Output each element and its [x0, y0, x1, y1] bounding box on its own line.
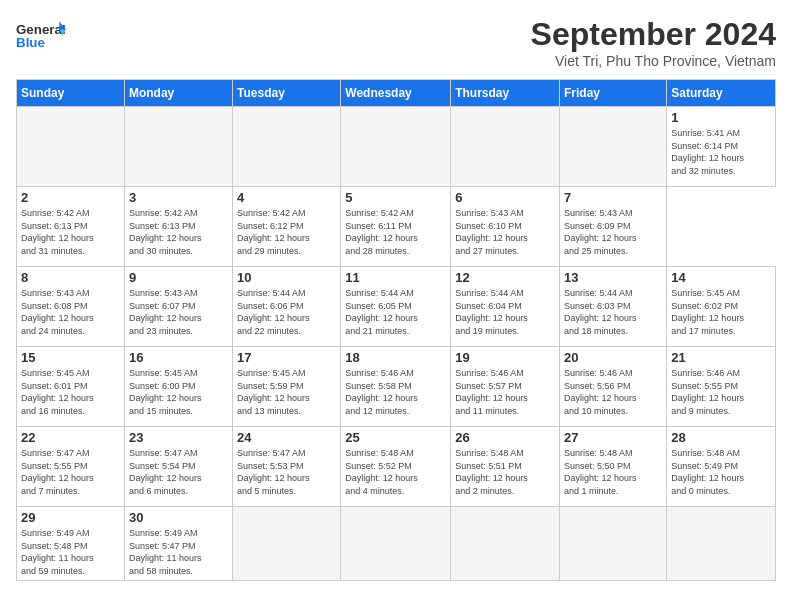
- page-header: General Blue September 2024 Viet Tri, Ph…: [16, 16, 776, 69]
- table-row: 30Sunrise: 5:49 AM Sunset: 5:47 PM Dayli…: [124, 507, 232, 581]
- table-row: 15Sunrise: 5:45 AM Sunset: 6:01 PM Dayli…: [17, 347, 125, 427]
- table-row: 2Sunrise: 5:42 AM Sunset: 6:13 PM Daylig…: [17, 187, 125, 267]
- table-row: 1Sunrise: 5:41 AM Sunset: 6:14 PM Daylig…: [667, 107, 776, 187]
- table-row: 11Sunrise: 5:44 AM Sunset: 6:05 PM Dayli…: [341, 267, 451, 347]
- table-row: 23Sunrise: 5:47 AM Sunset: 5:54 PM Dayli…: [124, 427, 232, 507]
- table-row: 14Sunrise: 5:45 AM Sunset: 6:02 PM Dayli…: [667, 267, 776, 347]
- table-row: 8Sunrise: 5:43 AM Sunset: 6:08 PM Daylig…: [17, 267, 125, 347]
- table-row: 27Sunrise: 5:48 AM Sunset: 5:50 PM Dayli…: [560, 427, 667, 507]
- table-row: 24Sunrise: 5:47 AM Sunset: 5:53 PM Dayli…: [233, 427, 341, 507]
- table-row: 10Sunrise: 5:44 AM Sunset: 6:06 PM Dayli…: [233, 267, 341, 347]
- col-header-wednesday: Wednesday: [341, 80, 451, 107]
- table-row: 19Sunrise: 5:46 AM Sunset: 5:57 PM Dayli…: [451, 347, 560, 427]
- table-row: 29Sunrise: 5:49 AM Sunset: 5:48 PM Dayli…: [17, 507, 125, 581]
- table-row: 18Sunrise: 5:46 AM Sunset: 5:58 PM Dayli…: [341, 347, 451, 427]
- table-row: 28Sunrise: 5:48 AM Sunset: 5:49 PM Dayli…: [667, 427, 776, 507]
- col-header-sunday: Sunday: [17, 80, 125, 107]
- table-row: [17, 107, 125, 187]
- table-row: 21Sunrise: 5:46 AM Sunset: 5:55 PM Dayli…: [667, 347, 776, 427]
- table-row: [667, 507, 776, 581]
- location: Viet Tri, Phu Tho Province, Vietnam: [531, 53, 776, 69]
- table-row: 26Sunrise: 5:48 AM Sunset: 5:51 PM Dayli…: [451, 427, 560, 507]
- col-header-monday: Monday: [124, 80, 232, 107]
- table-row: [560, 507, 667, 581]
- table-row: 20Sunrise: 5:46 AM Sunset: 5:56 PM Dayli…: [560, 347, 667, 427]
- table-row: 4Sunrise: 5:42 AM Sunset: 6:12 PM Daylig…: [233, 187, 341, 267]
- table-row: 13Sunrise: 5:44 AM Sunset: 6:03 PM Dayli…: [560, 267, 667, 347]
- col-header-thursday: Thursday: [451, 80, 560, 107]
- logo-icon: General Blue: [16, 16, 66, 56]
- month-title: September 2024: [531, 16, 776, 53]
- table-row: [124, 107, 232, 187]
- table-row: [451, 507, 560, 581]
- table-row: 9Sunrise: 5:43 AM Sunset: 6:07 PM Daylig…: [124, 267, 232, 347]
- table-row: 7Sunrise: 5:43 AM Sunset: 6:09 PM Daylig…: [560, 187, 667, 267]
- table-row: [341, 507, 451, 581]
- table-row: 17Sunrise: 5:45 AM Sunset: 5:59 PM Dayli…: [233, 347, 341, 427]
- table-row: 5Sunrise: 5:42 AM Sunset: 6:11 PM Daylig…: [341, 187, 451, 267]
- table-row: 6Sunrise: 5:43 AM Sunset: 6:10 PM Daylig…: [451, 187, 560, 267]
- table-row: 16Sunrise: 5:45 AM Sunset: 6:00 PM Dayli…: [124, 347, 232, 427]
- table-row: 12Sunrise: 5:44 AM Sunset: 6:04 PM Dayli…: [451, 267, 560, 347]
- table-row: [341, 107, 451, 187]
- table-row: [451, 107, 560, 187]
- title-area: September 2024 Viet Tri, Phu Tho Provinc…: [531, 16, 776, 69]
- table-row: [560, 107, 667, 187]
- col-header-friday: Friday: [560, 80, 667, 107]
- calendar-table: SundayMondayTuesdayWednesdayThursdayFrid…: [16, 79, 776, 581]
- table-row: 25Sunrise: 5:48 AM Sunset: 5:52 PM Dayli…: [341, 427, 451, 507]
- logo: General Blue: [16, 16, 66, 56]
- col-header-saturday: Saturday: [667, 80, 776, 107]
- table-row: [233, 107, 341, 187]
- table-row: 3Sunrise: 5:42 AM Sunset: 6:13 PM Daylig…: [124, 187, 232, 267]
- col-header-tuesday: Tuesday: [233, 80, 341, 107]
- table-row: [233, 507, 341, 581]
- svg-text:Blue: Blue: [16, 35, 45, 50]
- table-row: 22Sunrise: 5:47 AM Sunset: 5:55 PM Dayli…: [17, 427, 125, 507]
